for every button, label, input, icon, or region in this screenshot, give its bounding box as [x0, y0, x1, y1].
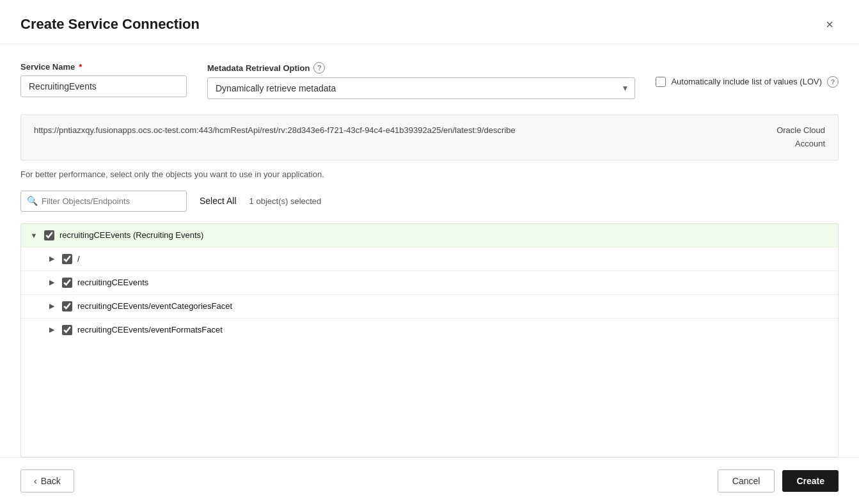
service-name-label: Service Name *: [20, 62, 187, 72]
filter-input[interactable]: [20, 191, 187, 212]
footer-left: ‹ Back: [20, 469, 74, 492]
root-checkbox[interactable]: [44, 230, 54, 240]
metadata-select[interactable]: Dynamically retrieve metadata: [207, 77, 635, 99]
url-bar: https://pntiazxqy.fusionapps.ocs.oc-test…: [20, 114, 839, 161]
filter-row: 🔍 Select All 1 object(s) selected: [20, 191, 839, 212]
lov-checkbox-wrapper: Automatically include list of values (LO…: [656, 76, 839, 88]
dialog-footer: ‹ Back Cancel Create: [0, 457, 859, 504]
back-button[interactable]: ‹ Back: [20, 469, 74, 492]
chevron-right-icon[interactable]: ▶: [47, 302, 57, 310]
slash-label: /: [77, 254, 80, 264]
chevron-right-icon[interactable]: ▶: [47, 255, 57, 263]
tree-item-event-categories-facet[interactable]: ▶ recruitingCEEvents/eventCategoriesFace…: [21, 295, 838, 319]
dialog-header: Create Service Connection ×: [0, 0, 859, 44]
metadata-select-wrapper: Dynamically retrieve metadata ▼: [207, 77, 635, 99]
event-formats-facet-checkbox[interactable]: [62, 325, 72, 335]
metadata-field-group: Metadata Retrieval Option ? Dynamically …: [207, 62, 635, 99]
lov-checkbox[interactable]: [656, 77, 666, 87]
create-button[interactable]: Create: [782, 470, 839, 492]
search-wrapper: 🔍: [20, 191, 187, 212]
create-service-connection-dialog: Create Service Connection × Service Name…: [0, 0, 859, 504]
oracle-badge-line1: Oracle Cloud: [776, 124, 825, 138]
chevron-right-icon[interactable]: ▶: [47, 278, 57, 287]
hint-text: For better performance, select only the …: [20, 169, 839, 179]
service-name-input[interactable]: [20, 75, 187, 97]
footer-right: Cancel Create: [718, 469, 839, 492]
tree-item-slash[interactable]: ▶ /: [21, 248, 838, 271]
tree-item-root[interactable]: ▼ recruitingCEEvents (Recruiting Events): [21, 224, 838, 248]
metadata-help-icon[interactable]: ?: [313, 62, 325, 74]
lov-label: Automatically include list of values (LO…: [671, 77, 822, 88]
select-all-button[interactable]: Select All: [200, 196, 237, 206]
selected-count: 1 object(s) selected: [249, 196, 322, 206]
tree-area: ▼ recruitingCEEvents (Recruiting Events)…: [20, 223, 839, 457]
service-name-field-group: Service Name *: [20, 62, 187, 97]
slash-checkbox[interactable]: [62, 254, 72, 264]
chevron-down-icon[interactable]: ▼: [29, 232, 39, 239]
required-star: *: [79, 62, 82, 72]
tree-item-recruiting-ce-events[interactable]: ▶ recruitingCEEvents: [21, 271, 838, 295]
dialog-title: Create Service Connection: [20, 16, 200, 33]
chevron-right-icon[interactable]: ▶: [47, 326, 57, 334]
oracle-badge-line2: Account: [795, 138, 825, 151]
metadata-label: Metadata Retrieval Option ?: [207, 62, 635, 74]
dialog-body: Service Name * Metadata Retrieval Option…: [0, 44, 859, 457]
tree-item-event-formats-facet[interactable]: ▶ recruitingCEEvents/eventFormatsFacet: [21, 319, 838, 342]
event-categories-facet-label: recruitingCEEvents/eventCategoriesFacet: [77, 301, 232, 311]
recruiting-ce-events-checkbox[interactable]: [62, 278, 72, 288]
recruiting-ce-events-label: recruitingCEEvents: [77, 278, 148, 287]
lov-help-icon[interactable]: ?: [827, 76, 839, 88]
close-button[interactable]: ×: [821, 15, 839, 33]
oracle-badge: Oracle Cloud Account: [776, 124, 825, 151]
form-row: Service Name * Metadata Retrieval Option…: [20, 62, 839, 99]
root-label: recruitingCEEvents (Recruiting Events): [59, 230, 203, 240]
chevron-left-icon: ‹: [34, 476, 37, 486]
url-text: https://pntiazxqy.fusionapps.ocs.oc-test…: [34, 124, 761, 137]
lov-field-group: Automatically include list of values (LO…: [656, 76, 839, 88]
event-formats-facet-label: recruitingCEEvents/eventFormatsFacet: [77, 325, 223, 335]
event-categories-facet-checkbox[interactable]: [62, 301, 72, 311]
cancel-button[interactable]: Cancel: [718, 469, 775, 492]
